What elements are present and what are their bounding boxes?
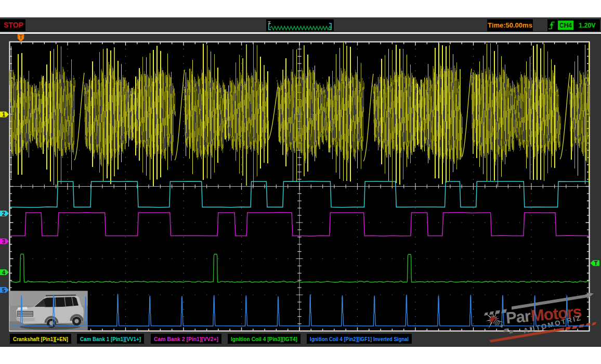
svg-text:3: 3 — [2, 238, 5, 244]
svg-text:1: 1 — [2, 111, 5, 118]
svg-text:5: 5 — [2, 287, 5, 293]
svg-text:CH4: CH4 — [559, 22, 572, 29]
svg-text:Crankshaft [Pin1][+EN]: Crankshaft [Pin1][+EN] — [13, 336, 68, 342]
svg-text:Cam Bank 2 [Pin1][VV2+]: Cam Bank 2 [Pin1][VV2+] — [154, 336, 218, 342]
svg-text:T: T — [19, 34, 22, 40]
svg-text:Ignition Coil 4 [Pin2][IGF1] I: Ignition Coil 4 [Pin2][IGF1] Inverted Si… — [310, 336, 409, 342]
svg-text:Par: Par — [505, 307, 532, 327]
svg-text:T: T — [594, 260, 598, 266]
svg-text:4: 4 — [2, 269, 6, 276]
svg-text:1.20V: 1.20V — [579, 22, 596, 29]
svg-text:2: 2 — [2, 211, 5, 217]
svg-text:Cam Bank 1 [Pin1][VV1+]: Cam Bank 1 [Pin1][VV1+] — [80, 336, 141, 342]
svg-text:Ignition Coil 4 [Pin3][IGT4]: Ignition Coil 4 [Pin3][IGT4] — [231, 336, 297, 342]
svg-text:T: T — [268, 20, 271, 25]
